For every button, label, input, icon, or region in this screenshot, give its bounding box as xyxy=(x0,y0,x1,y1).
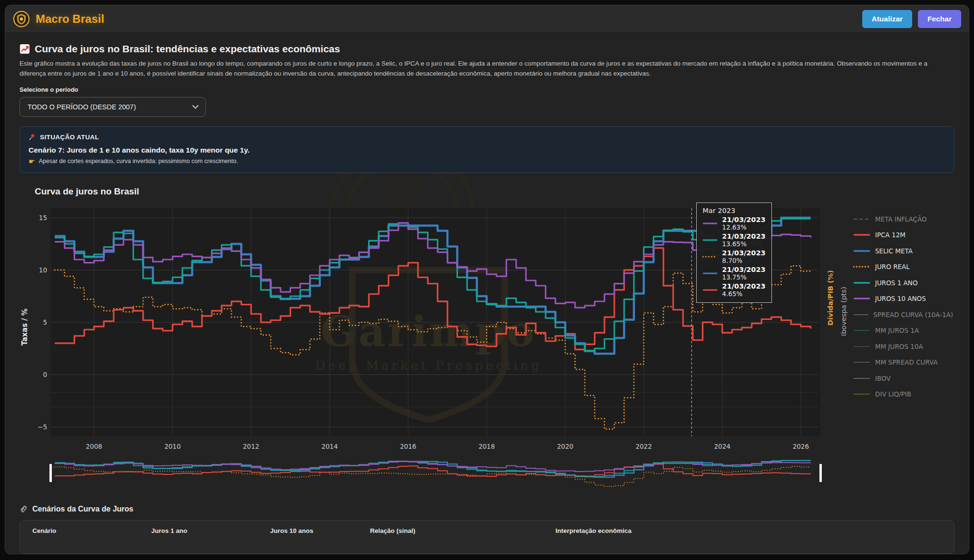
situation-heading: SITUAÇÃO ATUAL xyxy=(40,134,99,141)
situation-heading-row: SITUAÇÃO ATUAL xyxy=(29,134,945,141)
pointing-right-icon: ☛ xyxy=(29,158,35,165)
tooltip-value: 13.75% xyxy=(722,273,765,281)
table-header-interpretacao-economica: Interpretação econômica xyxy=(555,527,942,534)
period-select-value: TODO O PERÍODO (DESDE 2007) xyxy=(28,103,136,111)
x-tick-label: 2010 xyxy=(165,443,181,450)
legend-item-meta-inflacao[interactable]: META INFLAÇÃO xyxy=(853,211,953,227)
legend-label: IPCA 12M xyxy=(875,231,906,239)
situation-note-row: ☛ Apesar de cortes esperados, curva inve… xyxy=(29,158,945,165)
close-button[interactable]: Fechar xyxy=(918,10,961,28)
scenarios-title-row: Cenários da Curva de Juros xyxy=(19,505,955,513)
tooltip: Mar 2023 21/03/202312.63%21/03/202313.65… xyxy=(696,203,771,303)
tooltip-value: 12.63% xyxy=(722,223,765,231)
page-title: Curva de juros no Brasil: tendências e e… xyxy=(35,43,340,55)
table-header-juros-10-anos: Juros 10 anos xyxy=(270,527,370,534)
y-tick-label: −5 xyxy=(38,423,47,431)
legend-item-spread-curva-10a-1a[interactable]: SPREAD CURVA (10A-1A) xyxy=(853,307,953,323)
legend-item-ibov[interactable]: IBOV xyxy=(853,370,953,386)
legend-sample-selic-meta xyxy=(853,250,870,252)
legend-label: MM JUROS 1A xyxy=(875,327,919,334)
x-tick-label: 2012 xyxy=(243,443,259,450)
legend-label: JUROS 10 ANOS xyxy=(875,295,926,302)
legend-item-selic-meta[interactable]: SELIC META xyxy=(853,243,953,259)
chart-area: GarimpoDeep Market Prospecting−505101520… xyxy=(19,199,955,493)
situation-scenario: Cenário 7: Juros de 1 e 10 anos caindo, … xyxy=(29,146,945,154)
legend-label: SELIC META xyxy=(875,247,913,255)
tooltip-row-juros-1-ano: 21/03/202313.65% xyxy=(702,232,765,248)
legend-label: META INFLAÇÃO xyxy=(875,215,927,223)
situation-note: Apesar de cortes esperados, curva invert… xyxy=(39,158,238,164)
paperclip-icon xyxy=(19,505,28,513)
legend-label: JURO REAL xyxy=(875,263,910,270)
tooltip-row-ipca-12m: 21/03/20234.65% xyxy=(702,282,765,298)
legend-label: MM SPREAD CURVA xyxy=(875,358,938,366)
legend-label: DIV LIQ/PIB xyxy=(875,390,911,398)
legend-item-juro-real[interactable]: JURO REAL xyxy=(853,259,953,275)
chart-increasing-icon xyxy=(19,44,30,54)
x-tick-label: 2018 xyxy=(478,443,495,450)
legend-sample-mm-spread-curva xyxy=(853,361,870,364)
legend-sample-div-liq-pib xyxy=(853,393,870,396)
situation-box: SITUAÇÃO ATUAL Cenário 7: Juros de 1 e 1… xyxy=(19,126,955,173)
tooltip-title: Mar 2023 xyxy=(702,207,765,214)
legend-item-juros-10-anos[interactable]: JUROS 10 ANOS xyxy=(853,290,953,307)
navigator-handle-left[interactable] xyxy=(49,464,52,482)
tooltip-date: 21/03/2023 xyxy=(722,266,765,273)
legend-label: SPREAD CURVA (10A-1A) xyxy=(873,311,953,319)
legend-item-mm-spread-curva[interactable]: MM SPREAD CURVA xyxy=(853,354,953,370)
main-content: Curva de juros no Brasil: tendências e e… xyxy=(5,33,969,554)
y-tick-label: 0 xyxy=(43,371,47,378)
tooltip-date: 21/03/2023 xyxy=(722,232,765,240)
chart-title: Curva de juros no Brasil xyxy=(35,186,955,197)
period-label: Selecione o período xyxy=(19,86,955,93)
x-tick-label: 2016 xyxy=(400,443,416,450)
app-logo-icon xyxy=(13,10,30,28)
legend-item-div-liq-pib[interactable]: DIV LIQ/PIB xyxy=(853,386,953,402)
page-title-row: Curva de juros no Brasil: tendências e e… xyxy=(19,43,955,55)
navigator-handle-right[interactable] xyxy=(819,464,822,482)
tooltip-value: 4.65% xyxy=(722,290,765,298)
tooltip-value: 8.70% xyxy=(722,257,765,264)
table-header-cenario: Cenário xyxy=(32,527,151,534)
y-tick-label: 5 xyxy=(43,319,47,326)
y-axis-label: Taxas / % xyxy=(20,309,29,346)
legend: META INFLAÇÃOIPCA 12MSELIC METAJURO REAL… xyxy=(853,199,953,493)
svg-text:Deep Market Prospecting: Deep Market Prospecting xyxy=(315,358,542,373)
legend-sample-meta-inflacao xyxy=(853,218,870,221)
app-window: Macro Brasil Atualizar Fechar xyxy=(5,5,969,554)
tooltip-value: 13.65% xyxy=(722,240,765,248)
y-tick-label: 15 xyxy=(39,214,47,222)
app-header: Macro Brasil Atualizar Fechar xyxy=(5,5,969,33)
legend-sample-mm-juros-1a xyxy=(853,329,870,332)
brand-title: Macro Brasil xyxy=(36,12,104,26)
legend-sample-spread-curva-10a-1a xyxy=(853,313,868,316)
tooltip-date: 21/03/2023 xyxy=(722,216,765,223)
tooltip-date: 21/03/2023 xyxy=(722,249,765,257)
scenarios-title: Cenários da Curva de Juros xyxy=(32,505,134,513)
tooltip-date: 21/03/2023 xyxy=(722,282,765,290)
legend-item-mm-juros-1a[interactable]: MM JUROS 1A xyxy=(853,322,953,338)
x-tick-label: 2024 xyxy=(714,443,730,450)
right-axis-labels: Dívida/PIB (%) Ibovespa (pts) xyxy=(826,199,853,493)
refresh-button[interactable]: Atualizar xyxy=(862,10,912,28)
legend-sample-juros-1-ano xyxy=(853,281,870,284)
x-tick-label: 2022 xyxy=(635,443,652,450)
navigator-series-juro-real xyxy=(55,466,810,486)
chevron-down-icon xyxy=(192,105,199,109)
x-tick-label: 2020 xyxy=(557,443,573,450)
legend-item-ipca-12m[interactable]: IPCA 12M xyxy=(853,227,953,243)
page-description: Este gráfico mostra a evolução das taxas… xyxy=(19,59,955,79)
scenarios-table-header: CenárioJuros 1 anoJuros 10 anosRelação (… xyxy=(32,527,942,534)
period-select[interactable]: TODO O PERÍODO (DESDE 2007) xyxy=(19,97,206,117)
legend-item-juros-1-ano[interactable]: JUROS 1 ANO xyxy=(853,275,953,291)
y-tick-label: 10 xyxy=(39,266,47,274)
legend-item-mm-juros-10a[interactable]: MM JUROS 10A xyxy=(853,338,953,355)
legend-sample-mm-juros-10a xyxy=(853,345,870,348)
pushpin-icon xyxy=(29,134,36,141)
legend-label: JUROS 1 ANO xyxy=(875,279,918,287)
legend-label: IBOV xyxy=(875,375,891,382)
x-tick-label: 2026 xyxy=(793,443,809,450)
legend-sample-juro-real xyxy=(853,265,870,268)
legend-sample-ibov xyxy=(853,377,870,380)
table-header-relacao-sinal: Relação (sinal) xyxy=(370,527,555,534)
